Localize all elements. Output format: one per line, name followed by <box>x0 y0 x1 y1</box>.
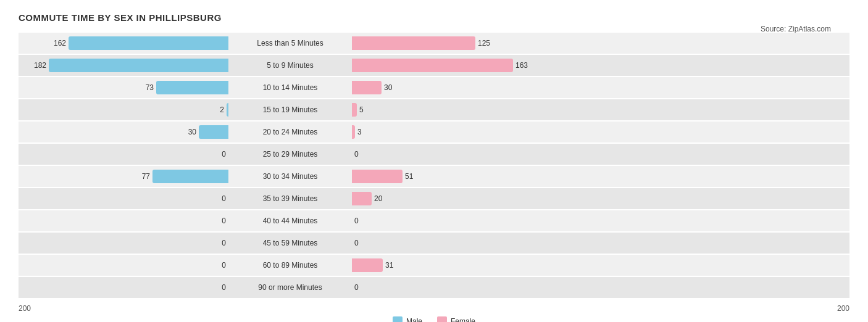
row-label: 10 to 14 Minutes <box>228 83 352 92</box>
male-value: 77 <box>142 172 150 181</box>
right-section: 5 <box>352 99 562 120</box>
male-value: 0 <box>222 150 226 159</box>
row-label: 60 to 89 Minutes <box>228 261 352 270</box>
row-label: 30 to 34 Minutes <box>228 172 352 181</box>
left-section: 0 <box>19 210 228 231</box>
male-value: 0 <box>222 261 226 270</box>
female-bar <box>352 192 372 205</box>
male-value: 30 <box>188 128 196 136</box>
male-label: Male <box>406 317 422 322</box>
row-label: 25 to 29 Minutes <box>228 150 352 159</box>
row-label: 45 to 59 Minutes <box>228 239 352 247</box>
legend-female: Female <box>437 316 475 322</box>
bar-row: 1825 to 9 Minutes163 <box>19 55 849 76</box>
female-value: 30 <box>384 83 392 92</box>
bar-row: 060 to 89 Minutes31 <box>19 255 849 276</box>
left-section: 73 <box>19 77 228 98</box>
male-value: 73 <box>146 83 154 92</box>
male-value: 0 <box>222 239 226 247</box>
female-value: 51 <box>405 172 413 181</box>
male-value: 2 <box>220 105 224 114</box>
male-value: 0 <box>222 194 226 203</box>
male-bar <box>49 59 228 72</box>
bar-row: 215 to 19 Minutes5 <box>19 99 849 120</box>
left-section: 2 <box>19 99 228 120</box>
female-bar <box>352 125 355 139</box>
female-bar <box>352 258 383 272</box>
female-value: 0 <box>354 239 359 247</box>
left-section: 0 <box>19 144 228 165</box>
female-bar <box>352 81 382 94</box>
bar-row: 3020 to 24 Minutes3 <box>19 122 849 142</box>
chart-title: COMMUTE TIME BY SEX IN PHILLIPSBURG <box>19 12 849 23</box>
bar-row: 7730 to 34 Minutes51 <box>19 166 849 187</box>
female-value: 0 <box>354 217 359 225</box>
right-section: 30 <box>352 77 562 98</box>
male-bar <box>152 170 228 183</box>
row-label: 15 to 19 Minutes <box>228 105 352 114</box>
female-value: 163 <box>515 61 528 70</box>
row-label: 40 to 44 Minutes <box>228 217 352 225</box>
axis-right: 200 <box>837 304 849 313</box>
bar-row: 090 or more Minutes0 <box>19 277 849 298</box>
female-value: 0 <box>354 150 359 159</box>
female-value: 5 <box>359 105 364 114</box>
row-label: 35 to 39 Minutes <box>228 194 352 203</box>
right-section: 0 <box>352 144 562 165</box>
right-section: 20 <box>352 188 562 209</box>
male-value: 182 <box>34 61 46 70</box>
right-section: 31 <box>352 255 562 276</box>
male-value: 0 <box>222 283 226 292</box>
female-bar <box>352 36 475 50</box>
bar-row: 035 to 39 Minutes20 <box>19 188 849 209</box>
female-label: Female <box>451 317 475 322</box>
male-value: 162 <box>54 39 66 47</box>
axis-row: 200 200 <box>19 304 849 313</box>
source-label: Source: ZipAtlas.com <box>761 25 831 33</box>
right-section: 3 <box>352 122 562 142</box>
male-color-box <box>393 316 403 322</box>
female-color-box <box>437 316 447 322</box>
bar-row: 045 to 59 Minutes0 <box>19 233 849 254</box>
chart-area: 162Less than 5 Minutes1251825 to 9 Minut… <box>19 33 849 322</box>
male-bar <box>156 81 228 94</box>
male-bar <box>69 36 228 50</box>
row-label: Less than 5 Minutes <box>228 39 352 47</box>
left-section: 0 <box>19 255 228 276</box>
row-label: 20 to 24 Minutes <box>228 128 352 136</box>
axis-left: 200 <box>19 304 31 313</box>
female-value: 3 <box>357 128 362 136</box>
right-section: 125 <box>352 33 562 54</box>
left-section: 0 <box>19 277 228 298</box>
left-section: 0 <box>19 188 228 209</box>
right-section: 51 <box>352 166 562 187</box>
right-section: 163 <box>352 55 562 76</box>
right-section: 0 <box>352 277 562 298</box>
female-value: 125 <box>478 39 490 47</box>
left-section: 30 <box>19 122 228 142</box>
right-section: 0 <box>352 210 562 231</box>
row-label: 90 or more Minutes <box>228 283 352 292</box>
bar-row: 162Less than 5 Minutes125 <box>19 33 849 54</box>
left-section: 182 <box>19 55 228 76</box>
legend-male: Male <box>393 316 422 322</box>
female-value: 20 <box>374 194 382 203</box>
right-section: 0 <box>352 233 562 254</box>
female-bar <box>352 170 403 183</box>
legend: Male Female <box>19 316 849 322</box>
bar-row: 025 to 29 Minutes0 <box>19 144 849 165</box>
left-section: 162 <box>19 33 228 54</box>
rows-container: 162Less than 5 Minutes1251825 to 9 Minut… <box>19 33 849 298</box>
left-section: 0 <box>19 233 228 254</box>
female-value: 31 <box>385 261 393 270</box>
male-bar <box>199 125 228 139</box>
left-section: 77 <box>19 166 228 187</box>
bar-row: 040 to 44 Minutes0 <box>19 210 849 231</box>
female-bar <box>352 103 357 117</box>
female-bar <box>352 59 513 72</box>
row-label: 5 to 9 Minutes <box>228 61 352 70</box>
female-value: 0 <box>354 283 359 292</box>
male-value: 0 <box>222 217 226 225</box>
bar-row: 7310 to 14 Minutes30 <box>19 77 849 98</box>
